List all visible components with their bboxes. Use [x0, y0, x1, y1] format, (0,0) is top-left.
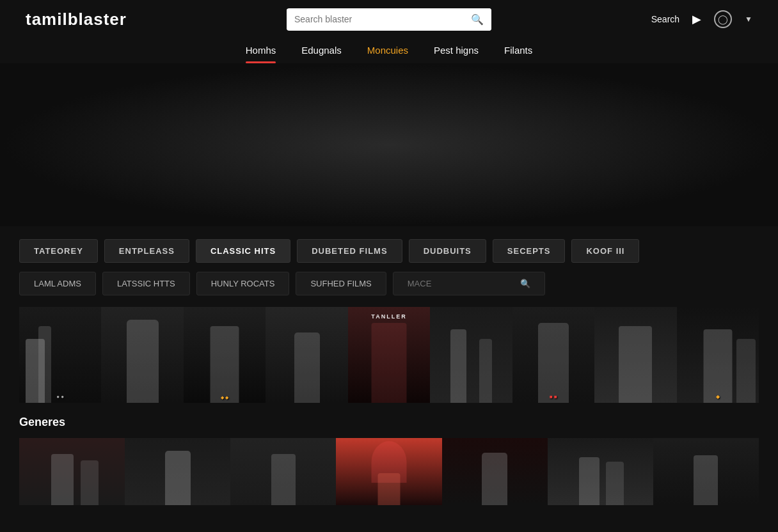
- logo-text: tamilblaster: [26, 10, 127, 29]
- genres-section: Generes: [0, 409, 778, 518]
- movie-card-8[interactable]: ◆: [677, 307, 759, 403]
- main-nav: Homhs Edugnals Moncuies Pest higns Filan…: [0, 38, 778, 63]
- cat-tab-koofiii[interactable]: KOOF III: [571, 239, 639, 263]
- genres-grid: [19, 438, 759, 505]
- dropdown-arrow-icon[interactable]: ▼: [745, 15, 752, 24]
- genre-card-0[interactable]: [19, 438, 125, 505]
- nav-item-homhs[interactable]: Homhs: [246, 38, 276, 63]
- movie-card-3[interactable]: [266, 307, 347, 403]
- avatar[interactable]: ◯: [714, 10, 732, 28]
- header-right: Search ▶ ◯ ▼: [651, 10, 752, 28]
- search-button[interactable]: 🔍: [463, 8, 491, 31]
- location-icon[interactable]: ▶: [692, 12, 701, 26]
- cat-tab-entpleass[interactable]: ENTPLEASS: [104, 239, 189, 263]
- search-input[interactable]: [287, 9, 463, 29]
- cat-tab-dudbuits[interactable]: DUDBUITS: [409, 239, 486, 263]
- movie-card-1[interactable]: [101, 307, 183, 403]
- cat-tab-classic-hits[interactable]: CLASSIC HITS: [196, 239, 290, 263]
- movie-card-4[interactable]: TANLLER: [348, 307, 430, 403]
- category-tabs: TATEOREY ENTPLEASS CLASSIC HITS DUBETED …: [19, 239, 759, 263]
- filter-tabs: LAML ADMS LATSSIC HTTS HUNLY ROCATS SUFH…: [19, 272, 759, 295]
- movie-card-5[interactable]: [430, 307, 512, 403]
- movie-card-7[interactable]: [594, 307, 676, 403]
- movie-card-2[interactable]: ◆ ◆: [184, 307, 266, 403]
- nav-item-moncuies[interactable]: Moncuies: [367, 38, 408, 63]
- cat-tab-dubeted-films[interactable]: DUBETED FILMS: [297, 239, 402, 263]
- header: tamilblaster 🔍 Search ▶ ◯ ▼: [0, 0, 778, 38]
- genre-card-4[interactable]: [442, 438, 548, 505]
- filter-search-input[interactable]: [408, 279, 515, 288]
- movie-card-0[interactable]: ● ●: [19, 307, 101, 403]
- search-link[interactable]: Search: [651, 14, 679, 24]
- filter-sufhed-films[interactable]: SUFHED FILMS: [296, 272, 386, 295]
- genres-title: Generes: [19, 416, 759, 429]
- movies-grid: ● ● ◆ ◆: [19, 307, 759, 403]
- search-bar[interactable]: 🔍: [287, 8, 491, 31]
- genre-card-6[interactable]: [653, 438, 759, 505]
- genre-card-5[interactable]: [548, 438, 653, 505]
- filter-latssic-htts[interactable]: LATSSIC HTTS: [102, 272, 190, 295]
- hero-background: [0, 63, 778, 226]
- filter-search-bar[interactable]: 🔍: [393, 272, 545, 295]
- logo[interactable]: tamilblaster: [26, 10, 127, 29]
- genre-card-3[interactable]: [336, 438, 441, 505]
- filter-hunly-rocats[interactable]: HUNLY ROCATS: [196, 272, 290, 295]
- filter-search-icon: 🔍: [520, 279, 530, 288]
- nav-item-edugnals[interactable]: Edugnals: [301, 38, 342, 63]
- nav-item-filants[interactable]: Filants: [504, 38, 532, 63]
- movie-card-6[interactable]: ■ ■: [512, 307, 594, 403]
- genre-card-2[interactable]: [230, 438, 336, 505]
- cat-tab-tateorey[interactable]: TATEOREY: [19, 239, 98, 263]
- filter-laml-adms[interactable]: LAML ADMS: [19, 272, 96, 295]
- hero-banner: [0, 63, 778, 226]
- cat-tab-secepts[interactable]: SECEPTS: [493, 239, 566, 263]
- nav-item-pesthigns[interactable]: Pest higns: [434, 38, 479, 63]
- genre-card-1[interactable]: [125, 438, 230, 505]
- category-section: TATEOREY ENTPLEASS CLASSIC HITS DUBETED …: [0, 226, 778, 403]
